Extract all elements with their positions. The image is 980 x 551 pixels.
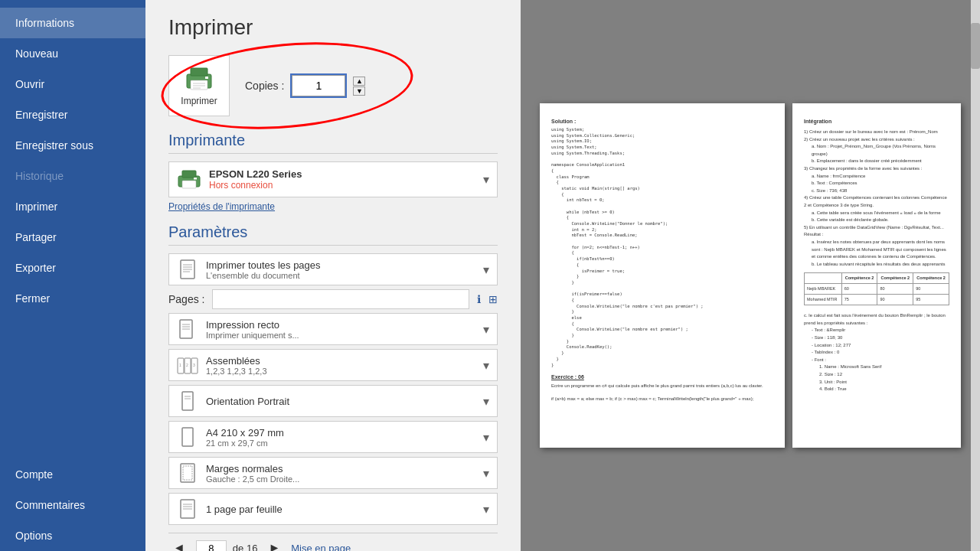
printer-select-icon (177, 169, 201, 191)
pages-range-icon (177, 259, 198, 280)
sidebar-item-nouveau[interactable]: Nouveau (0, 38, 145, 69)
sidebar-item-enregistrer[interactable]: Enregistrer (0, 99, 145, 130)
sidebar-item-historique: Historique (0, 161, 145, 191)
printer-select[interactable]: EPSON L220 Series Hors connexion ▾ (168, 161, 498, 197)
scrollbar[interactable] (971, 0, 980, 551)
param-pages-per-sheet-main: 1 page par feuille (206, 504, 475, 515)
svg-rect-29 (182, 428, 193, 446)
sidebar-item-partager[interactable]: Partager (0, 222, 145, 253)
sidebar-item-enregistrer-sous[interactable]: Enregistrer sous (0, 130, 145, 161)
param-orientation-text: Orientation Portrait (206, 396, 475, 407)
param-pages-range-arrow: ▾ (483, 262, 489, 277)
param-collate-main: Assemblées (206, 355, 475, 367)
duplex-icon (177, 318, 198, 340)
doc-exercise-label: Exercice : 06 (551, 374, 773, 380)
sidebar-item-exporter[interactable]: Exporter (0, 253, 145, 283)
prev-page-button[interactable]: ◄ (168, 540, 190, 551)
param-duplex-sub: Imprimer uniquement s... (206, 331, 475, 340)
copies-down-button[interactable]: ▼ (353, 86, 365, 96)
param-orientation-main: Orientation Portrait (206, 396, 475, 407)
page-preview-2: Intégration 1) Créez un dossier sur le b… (792, 103, 961, 448)
pages-per-sheet-icon (177, 498, 198, 520)
svg-text:2: 2 (186, 363, 188, 367)
param-collate-arrow: ▾ (483, 358, 489, 373)
param-pages-per-sheet-text: 1 page par feuille (206, 504, 475, 515)
param-duplex-main: Impression recto (206, 319, 475, 331)
param-pages-range-text: Imprimer toutes les pages L'ensemble du … (206, 259, 475, 280)
doc2-header: Intégration (804, 119, 949, 124)
sidebar-item-fermer[interactable]: Fermer (0, 283, 145, 314)
param-paper-size-arrow: ▾ (483, 430, 489, 445)
svg-rect-1 (191, 68, 207, 76)
print-button[interactable]: Imprimer (168, 55, 230, 116)
param-duplex-arrow: ▾ (483, 322, 489, 337)
pages-info-icon[interactable]: ℹ (477, 293, 481, 305)
orientation-icon (177, 390, 198, 412)
svg-rect-9 (182, 181, 196, 188)
param-pages-range[interactable]: Imprimer toutes les pages L'ensemble du … (168, 253, 498, 285)
doc2-text: 1) Créez un dossier sur le bureau avec l… (804, 129, 949, 393)
sidebar-item-imprimer[interactable]: Imprimer (0, 191, 145, 222)
page-title: Imprimer (168, 15, 498, 40)
printer-section-header: Imprimante (168, 132, 498, 154)
param-orientation-arrow: ▾ (483, 394, 489, 409)
printer-status: Hors connexion (209, 180, 475, 191)
mise-en-page-link[interactable]: Mise en page (291, 543, 351, 552)
collate-icon: 1 2 3 (177, 354, 198, 376)
main-content: Imprimer Imprimer Copies : (145, 0, 980, 551)
param-collate-sub: 1,2,3 1,2,3 1,2,3 (206, 367, 475, 376)
param-collate[interactable]: 1 2 3 Assemblées 1,2,3 1,2,3 1,2,3 ▾ (168, 349, 498, 381)
param-margins-main: Marges normales (206, 463, 475, 474)
pages-input[interactable] (212, 289, 469, 309)
sidebar-item-informations[interactable]: Informations (0, 8, 145, 38)
svg-rect-3 (205, 77, 208, 79)
params-section-header: Paramètres (168, 223, 498, 246)
printer-icon (184, 65, 214, 93)
copies-input[interactable] (292, 75, 345, 96)
sidebar-item-compte[interactable]: Compte (0, 459, 145, 490)
svg-text:1: 1 (179, 363, 181, 367)
next-page-button[interactable]: ► (263, 540, 285, 551)
param-paper-size[interactable]: A4 210 x 297 mm 21 cm x 29,7 cm ▾ (168, 421, 498, 453)
svg-rect-10 (194, 178, 197, 180)
svg-text:3: 3 (193, 363, 195, 367)
sidebar-item-options[interactable]: Options (0, 520, 145, 551)
param-duplex-text: Impression recto Imprimer uniquement s..… (206, 319, 475, 340)
margins-icon (177, 462, 198, 484)
doc-solution-label: Solution : (551, 119, 773, 124)
param-paper-size-main: A4 210 x 297 mm (206, 427, 475, 439)
param-margins-text: Marges normales Gauche : 2,5 cm Droite..… (206, 463, 475, 484)
param-duplex[interactable]: Impression recto Imprimer uniquement s..… (168, 313, 498, 345)
param-collate-text: Assemblées 1,2,3 1,2,3 1,2,3 (206, 355, 475, 376)
pages-label: Pages : (168, 293, 204, 305)
sidebar-item-ouvrir[interactable]: Ouvrir (0, 69, 145, 99)
copies-section: Copies : ▲ ▼ (245, 75, 365, 96)
param-paper-size-text: A4 210 x 297 mm 21 cm x 29,7 cm (206, 427, 475, 448)
print-button-label: Imprimer (181, 96, 217, 106)
param-pages-per-sheet[interactable]: 1 page par feuille ▾ (168, 493, 498, 525)
svg-rect-31 (183, 466, 192, 480)
current-page-input[interactable] (196, 540, 227, 552)
printer-dropdown-arrow: ▾ (483, 172, 489, 187)
svg-rect-26 (182, 392, 193, 410)
print-panel: Imprimer Imprimer Copies : (145, 0, 521, 551)
pages-expand-icon[interactable]: ⊞ (488, 293, 498, 305)
copies-label: Copies : (245, 80, 284, 92)
printer-properties-link[interactable]: Propriétés de l'imprimante (168, 201, 498, 212)
sidebar-item-commentaires[interactable]: Commentaires (0, 490, 145, 520)
param-paper-size-sub: 21 cm x 29,7 cm (206, 439, 475, 448)
doc2-table: Compétence 2Compétence 2Compétence 2 Nej… (804, 272, 949, 305)
preview-area: Solution : using System; using System.Co… (521, 0, 980, 551)
copies-up-button[interactable]: ▲ (353, 77, 365, 86)
sidebar: Informations Nouveau Ouvrir Enregistrer … (0, 0, 145, 551)
param-pages-range-main: Imprimer toutes les pages (206, 259, 475, 271)
pages-row: Pages : ℹ ⊞ (168, 289, 498, 309)
printer-name: EPSON L220 Series (209, 168, 475, 180)
param-orientation[interactable]: Orientation Portrait ▾ (168, 385, 498, 417)
param-margins-sub: Gauche : 2,5 cm Droite... (206, 474, 475, 484)
param-margins[interactable]: Marges normales Gauche : 2,5 cm Droite..… (168, 457, 498, 489)
param-pages-per-sheet-arrow: ▾ (483, 502, 489, 517)
param-margins-arrow: ▾ (483, 466, 489, 481)
scrollbar-thumb[interactable] (971, 23, 980, 69)
top-section: Imprimer Copies : ▲ ▼ (168, 55, 498, 116)
